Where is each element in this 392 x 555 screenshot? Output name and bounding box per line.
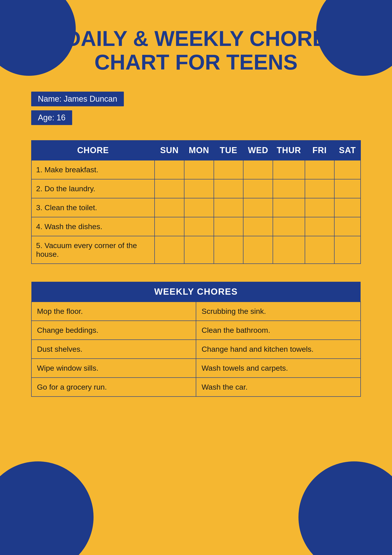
day-cell-3-3 bbox=[243, 217, 273, 236]
day-cell-4-1 bbox=[184, 236, 214, 264]
weekly-cell-0-1: Scrubbing the sink. bbox=[196, 302, 361, 321]
day-cell-2-1 bbox=[184, 198, 214, 217]
daily-chore-table: CHORE SUN MON TUE WED THUR FRI SAT 1. Ma… bbox=[31, 140, 361, 264]
day-cell-2-2 bbox=[214, 198, 243, 217]
weekly-row: Mop the floor.Scrubbing the sink. bbox=[31, 302, 361, 321]
tue-header: TUE bbox=[214, 140, 243, 160]
weekly-cell-1-1: Clean the bathroom. bbox=[196, 321, 361, 340]
day-cell-4-3 bbox=[243, 236, 273, 264]
weekly-cell-0-0: Mop the floor. bbox=[31, 302, 196, 321]
weekly-cell-3-0: Wipe window sills. bbox=[31, 359, 196, 378]
day-cell-0-1 bbox=[184, 160, 214, 179]
day-cell-4-5 bbox=[305, 236, 334, 264]
table-row: 1. Make breakfast. bbox=[31, 160, 361, 179]
day-cell-0-5 bbox=[305, 160, 334, 179]
mon-header: MON bbox=[184, 140, 214, 160]
day-cell-4-6 bbox=[334, 236, 361, 264]
chore-cell-2: 3. Clean the toilet. bbox=[31, 198, 155, 217]
thur-header: THUR bbox=[273, 140, 305, 160]
sun-header: SUN bbox=[155, 140, 184, 160]
weekly-cell-3-1: Wash towels and carpets. bbox=[196, 359, 361, 378]
day-cell-4-0 bbox=[155, 236, 184, 264]
day-cell-0-0 bbox=[155, 160, 184, 179]
weekly-cell-4-1: Wash the car. bbox=[196, 378, 361, 396]
day-cell-2-0 bbox=[155, 198, 184, 217]
day-cell-1-0 bbox=[155, 179, 184, 198]
info-section: Name: James Duncan Age: 16 bbox=[31, 92, 361, 129]
chore-cell-0: 1. Make breakfast. bbox=[31, 160, 155, 179]
day-cell-1-3 bbox=[243, 179, 273, 198]
day-cell-0-3 bbox=[243, 160, 273, 179]
name-badge: Name: James Duncan bbox=[31, 92, 124, 106]
blob-bottom-center bbox=[129, 493, 263, 555]
weekly-row: Dust shelves.Change hand and kitchen tow… bbox=[31, 340, 361, 359]
day-cell-0-2 bbox=[214, 160, 243, 179]
day-cell-3-5 bbox=[305, 217, 334, 236]
weekly-cell-2-1: Change hand and kitchen towels. bbox=[196, 340, 361, 359]
day-cell-3-6 bbox=[334, 217, 361, 236]
day-cell-1-4 bbox=[273, 179, 305, 198]
table-row: 5. Vacuum every corner of the house. bbox=[31, 236, 361, 264]
day-cell-3-4 bbox=[273, 217, 305, 236]
weekly-cell-1-0: Change beddings. bbox=[31, 321, 196, 340]
blob-bottom-left bbox=[0, 461, 93, 555]
fri-header: FRI bbox=[305, 140, 334, 160]
page-content: DAILY & WEEKLY CHORE CHART FOR TEENS Nam… bbox=[0, 0, 392, 441]
day-cell-2-5 bbox=[305, 198, 334, 217]
blob-bottom-right bbox=[299, 461, 392, 555]
day-cell-3-2 bbox=[214, 217, 243, 236]
table-header-row: CHORE SUN MON TUE WED THUR FRI SAT bbox=[31, 140, 361, 160]
day-cell-2-4 bbox=[273, 198, 305, 217]
weekly-chore-table: WEEKLY CHORES Mop the floor.Scrubbing th… bbox=[31, 282, 361, 397]
day-cell-1-1 bbox=[184, 179, 214, 198]
day-cell-1-2 bbox=[214, 179, 243, 198]
chore-header: CHORE bbox=[31, 140, 155, 160]
day-cell-2-3 bbox=[243, 198, 273, 217]
day-cell-3-1 bbox=[184, 217, 214, 236]
weekly-row: Go for a grocery run.Wash the car. bbox=[31, 378, 361, 396]
weekly-cell-4-0: Go for a grocery run. bbox=[31, 378, 196, 396]
weekly-row: Change beddings.Clean the bathroom. bbox=[31, 321, 361, 340]
weekly-row: Wipe window sills.Wash towels and carpet… bbox=[31, 359, 361, 378]
day-cell-4-4 bbox=[273, 236, 305, 264]
table-row: 4. Wash the dishes. bbox=[31, 217, 361, 236]
wed-header: WED bbox=[243, 140, 273, 160]
table-row: 3. Clean the toilet. bbox=[31, 198, 361, 217]
weekly-header-row: WEEKLY CHORES bbox=[31, 282, 361, 302]
day-cell-0-6 bbox=[334, 160, 361, 179]
day-cell-0-4 bbox=[273, 160, 305, 179]
weekly-chores-header: WEEKLY CHORES bbox=[31, 282, 361, 302]
weekly-cell-2-0: Dust shelves. bbox=[31, 340, 196, 359]
table-row: 2. Do the laundry. bbox=[31, 179, 361, 198]
page-title: DAILY & WEEKLY CHORE CHART FOR TEENS bbox=[31, 27, 361, 74]
chore-cell-1: 2. Do the laundry. bbox=[31, 179, 155, 198]
day-cell-3-0 bbox=[155, 217, 184, 236]
chore-cell-3: 4. Wash the dishes. bbox=[31, 217, 155, 236]
day-cell-1-5 bbox=[305, 179, 334, 198]
day-cell-4-2 bbox=[214, 236, 243, 264]
chore-cell-4: 5. Vacuum every corner of the house. bbox=[31, 236, 155, 264]
age-badge: Age: 16 bbox=[31, 110, 72, 125]
sat-header: SAT bbox=[334, 140, 361, 160]
day-cell-2-6 bbox=[334, 198, 361, 217]
day-cell-1-6 bbox=[334, 179, 361, 198]
